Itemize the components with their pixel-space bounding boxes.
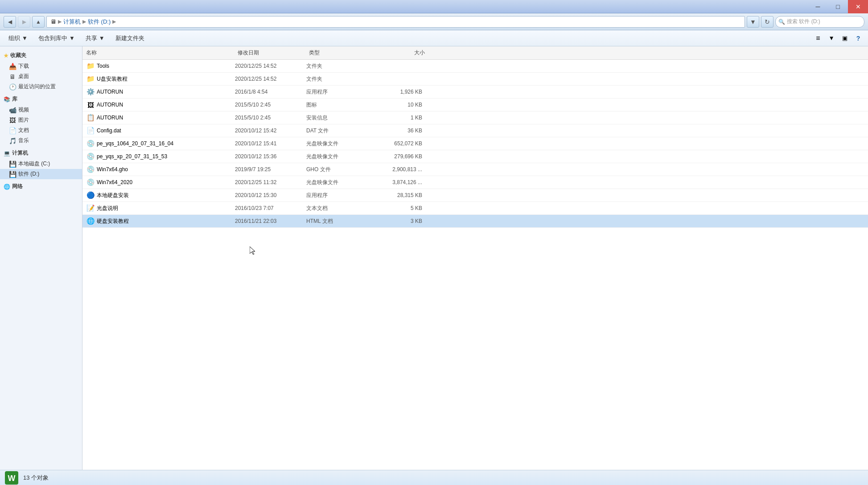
table-row[interactable]: 💿 pe_yqs_xp_20_07_31_15_53 2020/10/12 15… — [82, 150, 868, 163]
computer-section: 💻 计算机 💾 本地磁盘 (C:) 💾 软件 (D:) — [0, 148, 82, 179]
picture-icon: 🖼 — [9, 117, 16, 124]
file-type: DAT 文件 — [306, 127, 369, 135]
doc-label: 文档 — [18, 127, 29, 134]
file-type: 光盘映像文件 — [306, 140, 369, 148]
desktop-label: 桌面 — [18, 73, 29, 80]
table-row[interactable]: ⚙️ AUTORUN 2016/1/8 4:54 应用程序 1,926 KB — [82, 86, 868, 99]
file-rows-container: 📁 Tools 2020/12/25 14:52 文件夹 📁 U盘安装教程 20… — [82, 60, 868, 228]
file-date: 2020/12/25 11:32 — [235, 179, 306, 185]
table-row[interactable]: 📄 Config.dat 2020/10/12 15:42 DAT 文件 36 … — [82, 124, 868, 137]
path-sep-2: ▶ — [82, 19, 86, 25]
sidebar: ★ 收藏夹 📥 下载 🖥 桌面 🕐 最近访问的位置 📚 库 — [0, 46, 82, 470]
table-row[interactable]: 📁 U盘安装教程 2020/12/25 14:52 文件夹 — [82, 73, 868, 86]
favorites-section: ★ 收藏夹 📥 下载 🖥 桌面 🕐 最近访问的位置 — [0, 50, 82, 92]
file-date: 2020/12/25 14:52 — [235, 63, 306, 69]
table-row[interactable]: 🖼 AUTORUN 2015/5/10 2:45 图标 10 KB — [82, 99, 868, 111]
col-header-size[interactable]: 大小 — [371, 49, 425, 57]
file-type: 文件夹 — [306, 62, 369, 70]
file-name: pe_yqs_xp_20_07_31_15_53 — [97, 153, 235, 160]
file-type: 应用程序 — [306, 192, 369, 199]
table-row[interactable]: 📋 AUTORUN 2015/5/10 2:45 安装信息 1 KB — [82, 111, 868, 124]
sidebar-item-download[interactable]: 📥 下载 — [0, 61, 82, 71]
search-box[interactable]: 🔍 搜索 软件 (D:) — [775, 16, 864, 28]
help-button[interactable]: ? — [852, 32, 864, 45]
col-header-name[interactable]: 名称 — [86, 49, 238, 57]
path-sep-3: ▶ — [112, 19, 116, 25]
share-dropdown-icon: ▼ — [99, 35, 105, 41]
title-bar: ─ □ ✕ — [0, 0, 868, 13]
preview-button[interactable]: ▣ — [839, 32, 851, 45]
sidebar-item-video[interactable]: 📹 视频 — [0, 105, 82, 115]
minimize-button[interactable]: ─ — [808, 0, 828, 13]
file-name: AUTORUN — [97, 102, 235, 108]
file-type: 文件夹 — [306, 75, 369, 83]
sidebar-item-desktop[interactable]: 🖥 桌面 — [0, 71, 82, 82]
video-icon: 📹 — [9, 107, 16, 114]
file-type: 应用程序 — [306, 88, 369, 96]
close-button[interactable]: ✕ — [848, 0, 868, 13]
path-computer[interactable]: 计算机 — [63, 18, 81, 26]
file-size: 28,315 KB — [369, 192, 422, 198]
file-type-icon: 📁 — [86, 74, 95, 83]
sidebar-item-doc[interactable]: 📄 文档 — [0, 125, 82, 136]
table-row[interactable]: 🔵 本地硬盘安装 2020/10/12 15:30 应用程序 28,315 KB — [82, 189, 868, 202]
network-section: 🌐 网络 — [0, 181, 82, 192]
computer-icon: 💻 — [4, 150, 10, 156]
table-row[interactable]: 💿 pe_yqs_1064_20_07_31_16_04 2020/10/12 … — [82, 137, 868, 150]
include-dropdown-icon: ▼ — [69, 35, 75, 41]
download-icon: 📥 — [9, 63, 16, 70]
library-label: 库 — [12, 95, 17, 103]
sidebar-item-picture[interactable]: 🖼 图片 — [0, 115, 82, 125]
dropdown-button[interactable]: ▼ — [747, 16, 759, 28]
main-layout: ★ 收藏夹 📥 下载 🖥 桌面 🕐 最近访问的位置 📚 库 — [0, 46, 868, 470]
file-type-icon: 📝 — [86, 204, 95, 213]
include-label: 包含到库中 — [38, 34, 67, 42]
view-button[interactable]: ≡ — [812, 32, 824, 45]
preview-icon: ▣ — [842, 35, 847, 41]
disk-d-icon: 💾 — [9, 171, 16, 178]
favorites-label: 收藏夹 — [10, 52, 26, 59]
forward-button[interactable]: ▶ — [18, 16, 30, 28]
include-library-button[interactable]: 包含到库中 ▼ — [33, 32, 80, 45]
sidebar-item-music[interactable]: 🎵 音乐 — [0, 136, 82, 146]
status-count: 13 个对象 — [23, 474, 49, 482]
up-button[interactable]: ▲ — [32, 16, 45, 28]
sidebar-item-disk-c[interactable]: 💾 本地磁盘 (C:) — [0, 159, 82, 169]
search-icon: 🔍 — [778, 19, 785, 25]
table-row[interactable]: 💿 Win7x64.gho 2019/9/7 19:25 GHO 文件 2,90… — [82, 163, 868, 176]
recent-label: 最近访问的位置 — [18, 83, 56, 90]
file-name: pe_yqs_1064_20_07_31_16_04 — [97, 140, 235, 147]
path-drive[interactable]: 软件 (D:) — [88, 18, 111, 26]
library-icon: 📚 — [4, 96, 10, 103]
table-row[interactable]: 🌐 硬盘安装教程 2016/11/21 22:03 HTML 文档 3 KB — [82, 215, 868, 228]
col-header-type[interactable]: 类型 — [309, 49, 371, 57]
col-header-date[interactable]: 修改日期 — [238, 49, 309, 57]
file-name: 光盘说明 — [97, 205, 235, 212]
back-button[interactable]: ◀ — [4, 16, 16, 28]
file-date: 2020/10/12 15:36 — [235, 153, 306, 160]
organize-dropdown-icon: ▼ — [22, 35, 28, 41]
share-label: 共享 — [86, 34, 97, 42]
address-path: 🖥 ▶ 计算机 ▶ 软件 (D:) ▶ — [46, 16, 745, 28]
file-type-icon: 🔵 — [86, 191, 95, 200]
maximize-button[interactable]: □ — [828, 0, 848, 13]
address-bar: ◀ ▶ ▲ 🖥 ▶ 计算机 ▶ 软件 (D:) ▶ ▼ ↻ 🔍 搜索 软件 (D… — [0, 13, 868, 30]
view-dropdown-button[interactable]: ▼ — [825, 32, 838, 45]
organize-button[interactable]: 组织 ▼ — [4, 32, 33, 45]
picture-label: 图片 — [18, 116, 29, 124]
file-name: 硬盘安装教程 — [97, 218, 235, 225]
file-type: 光盘映像文件 — [306, 153, 369, 160]
sidebar-item-disk-d[interactable]: 💾 软件 (D:) — [0, 169, 82, 179]
download-label: 下载 — [18, 62, 29, 70]
table-row[interactable]: 📝 光盘说明 2016/10/23 7:07 文本文档 5 KB — [82, 202, 868, 215]
table-row[interactable]: 💿 Win7x64_2020 2020/12/25 11:32 光盘映像文件 3… — [82, 176, 868, 189]
refresh-button[interactable]: ↻ — [761, 16, 773, 28]
file-type-icon: 🖼 — [86, 100, 95, 109]
doc-icon: 📄 — [9, 127, 16, 134]
network-label: 网络 — [12, 183, 23, 190]
file-size: 1,926 KB — [369, 89, 422, 95]
new-folder-button[interactable]: 新建文件夹 — [111, 32, 149, 45]
sidebar-item-recent[interactable]: 🕐 最近访问的位置 — [0, 82, 82, 92]
share-button[interactable]: 共享 ▼ — [81, 32, 110, 45]
table-row[interactable]: 📁 Tools 2020/12/25 14:52 文件夹 — [82, 60, 868, 73]
